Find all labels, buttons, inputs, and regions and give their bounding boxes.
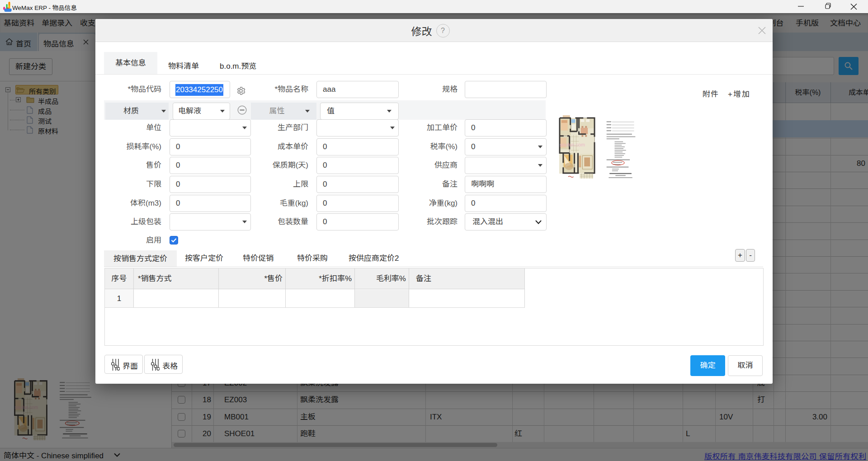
svg-text:soufun.com: soufun.com [560, 142, 585, 147]
